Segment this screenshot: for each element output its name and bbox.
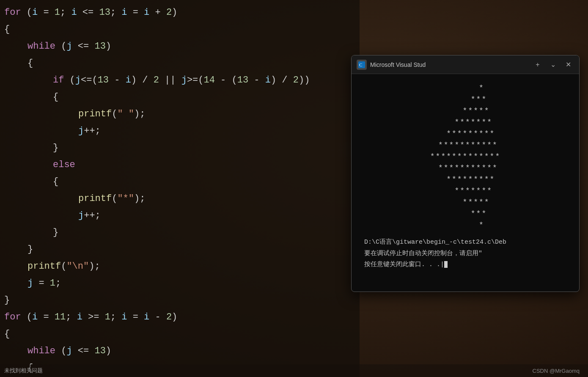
code-line-3: while (j <= 13) bbox=[0, 38, 360, 55]
star-row-6: *********** bbox=[364, 140, 566, 151]
code-line-4: { bbox=[0, 55, 360, 72]
code-line-18: } bbox=[0, 292, 360, 309]
star-row-9: ********* bbox=[364, 174, 566, 185]
attribution: CSDN @MrGaomq bbox=[533, 368, 580, 374]
code-editor: for (i = 1; i <= 13; i = i + 2) { while … bbox=[0, 0, 360, 377]
code-line-11: { bbox=[0, 173, 360, 190]
code-line-13: j++; bbox=[0, 207, 360, 224]
star-row-7: ************* bbox=[364, 151, 566, 162]
code-line-8: j++; bbox=[0, 123, 360, 140]
terminal-close-button[interactable]: ✕ bbox=[562, 59, 574, 71]
terminal-body: * *** ***** ******* ********* **********… bbox=[352, 74, 579, 292]
star-row-12: *** bbox=[364, 208, 566, 220]
star-row-11: ***** bbox=[364, 197, 566, 208]
code-lines: for (i = 1; i <= 13; i = i + 2) { while … bbox=[0, 0, 360, 377]
code-line-19: for (i = 11; i >= 1; i = i - 2) bbox=[0, 309, 360, 326]
star-row-3: ***** bbox=[364, 105, 566, 117]
code-line-2: { bbox=[0, 21, 360, 38]
terminal-window: C Microsoft Visual Stud + ⌄ ✕ * *** ****… bbox=[351, 55, 580, 292]
code-line-14: } bbox=[0, 224, 360, 241]
code-line-15: } bbox=[0, 241, 360, 258]
star-row-4: ******* bbox=[364, 117, 566, 128]
code-line-17: j = 1; bbox=[0, 275, 360, 292]
cursor bbox=[444, 261, 448, 268]
code-line-10: else bbox=[0, 157, 360, 173]
code-line-1: for (i = 1; i <= 13; i = i + 2) bbox=[0, 4, 360, 21]
star-row-8: *********** bbox=[364, 162, 566, 174]
code-line-16: printf("\n"); bbox=[0, 258, 360, 275]
terminal-dropdown-button[interactable]: ⌄ bbox=[547, 59, 559, 71]
bottom-bar: CSDN @MrGaomq bbox=[0, 364, 588, 377]
terminal-title: Microsoft Visual Stud bbox=[370, 61, 528, 68]
star-row-5: ********* bbox=[364, 128, 566, 140]
star-row-1: * bbox=[364, 83, 566, 94]
star-row-2: *** bbox=[364, 94, 566, 105]
code-line-7: printf(" "); bbox=[0, 106, 360, 123]
star-row-13: * bbox=[364, 220, 566, 231]
not-found-label: 未找到相关问题 bbox=[4, 367, 43, 374]
terminal-message: 要在调试停止时自动关闭控制台，请启用" bbox=[364, 249, 566, 259]
terminal-titlebar: C Microsoft Visual Stud + ⌄ ✕ bbox=[352, 55, 579, 74]
star-row-10: ******* bbox=[364, 185, 566, 197]
code-line-5: if (j<=(13 - i) / 2 || j>=(14 - (13 - i)… bbox=[0, 72, 360, 89]
code-line-12: printf("*"); bbox=[0, 190, 360, 207]
code-line-21: while (j <= 13) bbox=[0, 343, 360, 360]
code-line-9: } bbox=[0, 140, 360, 157]
terminal-prompt: 按任意键关闭此窗口. . .| bbox=[364, 260, 566, 270]
code-line-20: { bbox=[0, 326, 360, 343]
terminal-app-icon: C bbox=[357, 60, 367, 70]
code-line-6: { bbox=[0, 89, 360, 106]
bottom-label: 未找到相关问题 bbox=[0, 364, 43, 377]
svg-text:C: C bbox=[359, 62, 362, 67]
terminal-add-button[interactable]: + bbox=[532, 59, 544, 71]
terminal-path: D:\C语言\gitware\begin_-c\test24.c\Deb bbox=[364, 238, 566, 248]
